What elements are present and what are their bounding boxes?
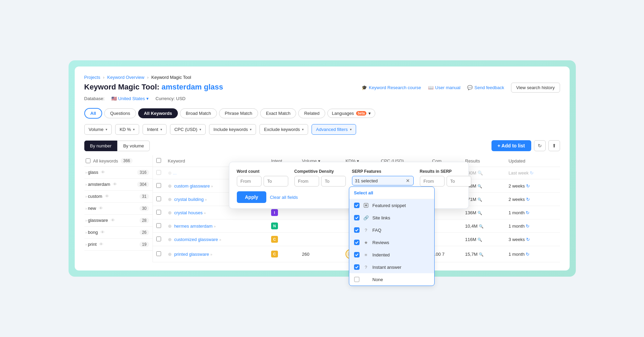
eye-icon[interactable]: 👁: [99, 242, 104, 247]
chevron-down-icon: ▾: [160, 128, 162, 131]
group-label: glass: [88, 170, 98, 175]
select-all-checkbox[interactable]: [86, 158, 90, 163]
volume-filter[interactable]: Volume ▾: [84, 124, 112, 135]
breadcrumb-sep1: ›: [103, 75, 104, 80]
sidebar-item[interactable]: › new 30 👁: [84, 203, 153, 215]
competitive-density-to[interactable]: [321, 176, 346, 186]
tab-all-keywords[interactable]: All Keywords: [138, 108, 178, 118]
group-label: print: [88, 242, 96, 247]
row-checkbox[interactable]: [156, 183, 161, 188]
database-country-link[interactable]: 🇺🇸 United States ▾: [111, 96, 149, 101]
keyword-link[interactable]: crystal houses: [174, 210, 203, 215]
right-controls: + Add to list ↻ ⬆: [491, 140, 560, 151]
competitive-density-col: Competitive Density: [294, 169, 346, 186]
word-count-from[interactable]: [237, 176, 262, 186]
eye-icon[interactable]: 👁: [101, 170, 105, 175]
row-checkbox[interactable]: [156, 237, 161, 241]
clear-all-button[interactable]: Clear all fields: [270, 192, 298, 203]
serp-item-featured-snippet[interactable]: Featured snippet: [349, 199, 434, 212]
keyword-link[interactable]: hermes amsterdam: [174, 224, 212, 229]
tab-exact-match[interactable]: Exact Match: [260, 108, 296, 118]
results-from[interactable]: [420, 176, 445, 186]
refresh-icon[interactable]: ↻: [526, 183, 530, 189]
apply-button[interactable]: Apply: [237, 191, 267, 203]
kd-filter[interactable]: KD % ▾: [115, 124, 139, 135]
keyword-link[interactable]: custom glassware: [174, 183, 210, 189]
eye-icon[interactable]: 👁: [111, 218, 115, 223]
breadcrumb-projects[interactable]: Projects: [84, 75, 100, 80]
refresh-icon[interactable]: ↻: [530, 170, 534, 176]
serp-item-reviews[interactable]: ★ Reviews: [349, 236, 434, 249]
table-controls: By number By volume + Add to list ↻ ⬆: [84, 140, 560, 151]
add-to-list-button[interactable]: + Add to list: [491, 140, 531, 151]
intent-badge: C: [271, 251, 278, 257]
sidebar-item[interactable]: › bong 26 👁: [84, 227, 153, 239]
serp-select-all[interactable]: Select all: [349, 187, 434, 199]
serp-item-none[interactable]: None: [349, 273, 434, 286]
row-checkbox[interactable]: [156, 196, 161, 201]
sidebar-item[interactable]: › glassware 28 👁: [84, 215, 153, 227]
row-checkbox[interactable]: [156, 210, 161, 215]
tab-questions[interactable]: Questions: [104, 108, 136, 118]
competitive-density-from[interactable]: [294, 176, 319, 186]
advanced-filters-button[interactable]: Advanced filters ▾: [312, 124, 356, 135]
view-history-button[interactable]: View search history: [511, 83, 560, 93]
refresh-icon[interactable]: ↻: [526, 252, 530, 257]
tab-broad-match[interactable]: Broad Match: [180, 108, 217, 118]
serp-item-site-links[interactable]: 🔗 Site links: [349, 212, 434, 224]
keyword-link[interactable]: customized glassware: [174, 237, 218, 242]
row-checkbox[interactable]: [156, 251, 161, 256]
refresh-icon[interactable]: ↻: [526, 197, 530, 202]
serp-clear-button[interactable]: ✕: [405, 178, 411, 183]
sidebar-item[interactable]: › print 19 👁: [84, 239, 153, 251]
eye-icon[interactable]: 👁: [100, 230, 105, 235]
refresh-button[interactable]: ↻: [534, 140, 546, 151]
refresh-icon[interactable]: ↻: [526, 224, 530, 229]
cpc-filter[interactable]: CPC (USD) ▾: [170, 124, 206, 135]
expand-icon: ›: [86, 231, 87, 234]
eye-icon[interactable]: 👁: [113, 182, 117, 187]
tab-phrase-match[interactable]: Phrase Match: [219, 108, 258, 118]
keyword-link[interactable]: printed glassware: [174, 252, 209, 257]
row-checkbox[interactable]: [156, 170, 161, 175]
serp-checkbox: [354, 264, 360, 270]
refresh-icon[interactable]: ↻: [526, 237, 530, 242]
serp-item-faq[interactable]: ? FAQ: [349, 224, 434, 236]
serp-features-input[interactable]: 31 selected ✕: [352, 176, 414, 185]
table-select-all[interactable]: [156, 158, 161, 163]
sidebar-item[interactable]: › amsterdam 304 👁: [84, 179, 153, 191]
word-count-to[interactable]: [264, 176, 288, 186]
tab-related[interactable]: Related: [298, 108, 325, 118]
word-count-col: Word count: [237, 169, 288, 186]
arrows-icon: »: [214, 225, 216, 228]
magnify-icon: 🔍: [477, 170, 483, 176]
refresh-icon[interactable]: ↻: [526, 210, 530, 215]
breadcrumb-keyword-overview[interactable]: Keyword Overview: [107, 75, 144, 80]
sidebar-item[interactable]: › glass 316 👁: [84, 167, 153, 179]
by-volume-button[interactable]: By volume: [117, 141, 150, 151]
competitive-density-label: Competitive Density: [294, 169, 346, 174]
sidebar-item[interactable]: › custom 31 👁: [84, 191, 153, 203]
eye-icon[interactable]: 👁: [99, 206, 103, 211]
keyword-link[interactable]: ...: [173, 170, 177, 176]
filters-row: Volume ▾ KD % ▾ Intent ▾ CPC (USD) ▾ Inc…: [84, 124, 560, 135]
export-button[interactable]: ⬆: [548, 140, 560, 151]
keyword-link[interactable]: crystal building: [174, 197, 204, 202]
row-checkbox[interactable]: [156, 223, 161, 228]
intent-filter[interactable]: Intent ▾: [143, 124, 167, 135]
exclude-keywords-filter[interactable]: Exclude keywords ▾: [259, 124, 308, 135]
results-to[interactable]: [447, 176, 471, 186]
by-number-button[interactable]: By number: [84, 141, 118, 151]
serp-item-instant-answer[interactable]: ? Instant answer: [349, 261, 434, 273]
tab-languages[interactable]: Languages beta ▾: [327, 109, 375, 118]
chevron-down-icon: ▾: [106, 128, 107, 131]
include-keywords-filter[interactable]: Include keywords ▾: [209, 124, 256, 135]
send-feedback-link[interactable]: 💬 Send feedback: [467, 85, 504, 90]
keyword-research-course-link[interactable]: 🎓 Keyword Research course: [362, 85, 421, 90]
user-manual-link[interactable]: 📖 User manual: [428, 85, 461, 90]
serp-item-indented[interactable]: ≡ Indented: [349, 249, 434, 261]
all-keywords-label: All keywords: [93, 158, 118, 164]
eye-icon[interactable]: 👁: [105, 194, 109, 199]
page-title: Keyword Magic Tool: amsterdam glass: [84, 83, 223, 92]
tab-all[interactable]: All: [84, 108, 102, 119]
